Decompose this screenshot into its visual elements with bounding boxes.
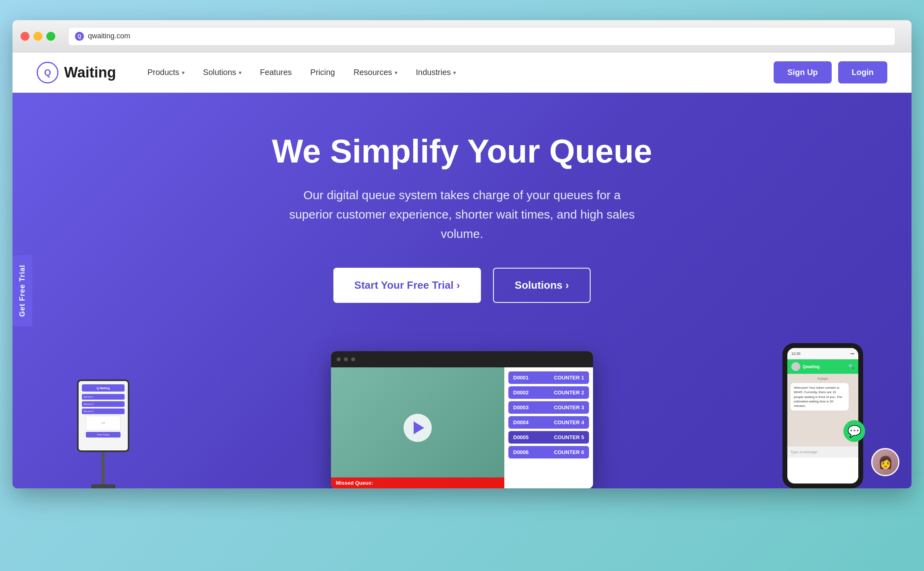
kiosk-service1: Service 1 [82,394,125,400]
kiosk-qr: QR [86,416,121,430]
hero-buttons: Start Your Free Trial › Solutions › [272,268,652,303]
play-icon [414,421,424,434]
display-video: Missed Queue: [331,367,504,488]
search-icon[interactable]: 🔍 [848,364,854,369]
queue-row-6: D0006 COUNTER 6 [508,446,589,458]
traffic-light-red[interactable] [21,32,29,41]
start-trial-button[interactable]: Start Your Free Trial › [333,268,481,303]
nav-solutions[interactable]: Solutions ▾ [196,64,249,81]
nav-industries[interactable]: Industries ▾ [409,64,464,81]
queue-row-4: D0004 COUNTER 4 [508,416,589,429]
display-header [331,351,593,367]
nav-resources[interactable]: Resources ▾ [346,64,405,81]
queue-row-3: D0003 COUNTER 3 [508,401,589,414]
kiosk-base [91,484,115,488]
side-tab[interactable]: Get Free Trial [12,255,32,326]
chevron-down-icon: ▾ [239,69,241,76]
phone-chat-header: Qwaiting 🔍 [787,359,858,374]
address-bar[interactable]: Q qwaiting.com [68,27,895,46]
queue-row-2: D0002 COUNTER 2 [508,386,589,399]
kiosk-print-btn: Print Ticket [86,432,121,438]
display-dot-1 [337,357,341,361]
kiosk-screen: Q Waiting Service 1 Service 2 Service 3 [77,379,129,452]
hero-illustrations: Q Waiting Service 1 Service 2 Service 3 [37,327,887,488]
whatsapp-icon[interactable]: 💬 [843,420,865,442]
url-text: qwaiting.com [88,32,130,40]
login-button[interactable]: Login [838,61,887,83]
logo-text: Waiting [64,64,116,81]
traffic-light-green[interactable] [46,32,55,41]
phone-screen: 12:30 ▪▪▪ Qwaiting 🔍 TODAY [787,348,858,483]
hero-section: Get Free Trial We Simplify Your Queue Ou… [12,93,912,488]
play-button[interactable] [404,414,432,442]
center-display: Missed Queue: D0001 COUNTER 1 D0002 COUN… [331,351,593,488]
hero-title: We Simplify Your Queue [272,133,652,169]
hero-content: We Simplify Your Queue Our digital queue… [272,133,652,327]
phone-date-label: TODAY [791,377,855,381]
nav-buttons: Sign Up Login [774,61,887,83]
whatsapp-logo: 💬 [847,425,862,438]
traffic-light-yellow[interactable] [33,32,42,41]
nav-pricing[interactable]: Pricing [303,64,342,81]
navbar: Waiting Products ▾ Solutions ▾ Features [12,52,912,93]
url-icon: Q [75,32,84,41]
kiosk-stand [102,452,105,484]
chevron-down-icon: ▾ [395,69,397,76]
logo-icon [37,62,58,83]
bottom-avatar: 👩 [871,448,899,476]
kiosk-service3: Service 3 [82,408,125,414]
avatar-emoji: 👩 [878,455,893,469]
queue-row-5: D0005 COUNTER 5 [508,431,589,444]
phone-status-bar: 12:30 ▪▪▪ [787,348,858,359]
phone-input-bar[interactable]: Type a message [787,446,858,458]
display-dot-2 [344,357,348,361]
phone-message: Welcome! Your token number is W045. Curr… [791,383,849,411]
nav-features[interactable]: Features [253,64,299,81]
display-queue: D0001 COUNTER 1 D0002 COUNTER 2 D0003 CO… [504,367,593,488]
display-dot-3 [351,357,355,361]
queue-row-1: D0001 COUNTER 1 [508,371,589,384]
hero-subtitle: Our digital queue system takes charge of… [281,185,643,244]
kiosk-device: Q Waiting Service 1 Service 2 Service 3 [69,379,137,488]
chevron-down-icon: ▾ [182,69,185,76]
display-body: Missed Queue: D0001 COUNTER 1 D0002 COUN… [331,367,593,488]
missed-queue-label: Missed Queue: [331,477,504,488]
chevron-down-icon: ▾ [453,69,456,76]
nav-links: Products ▾ Solutions ▾ Features Pricing [140,64,774,81]
logo[interactable]: Waiting [37,62,116,83]
kiosk-header: Q Waiting [82,384,125,392]
solutions-button[interactable]: Solutions › [493,268,591,303]
kiosk-service2: Service 2 [82,401,125,407]
signup-button[interactable]: Sign Up [774,61,832,83]
phone-device: 12:30 ▪▪▪ Qwaiting 🔍 TODAY [782,343,863,488]
phone-avatar [791,362,800,371]
phone-chat-name: Qwaiting [803,365,820,369]
nav-products[interactable]: Products ▾ [140,64,192,81]
phone-outer: 12:30 ▪▪▪ Qwaiting 🔍 TODAY [782,343,863,488]
